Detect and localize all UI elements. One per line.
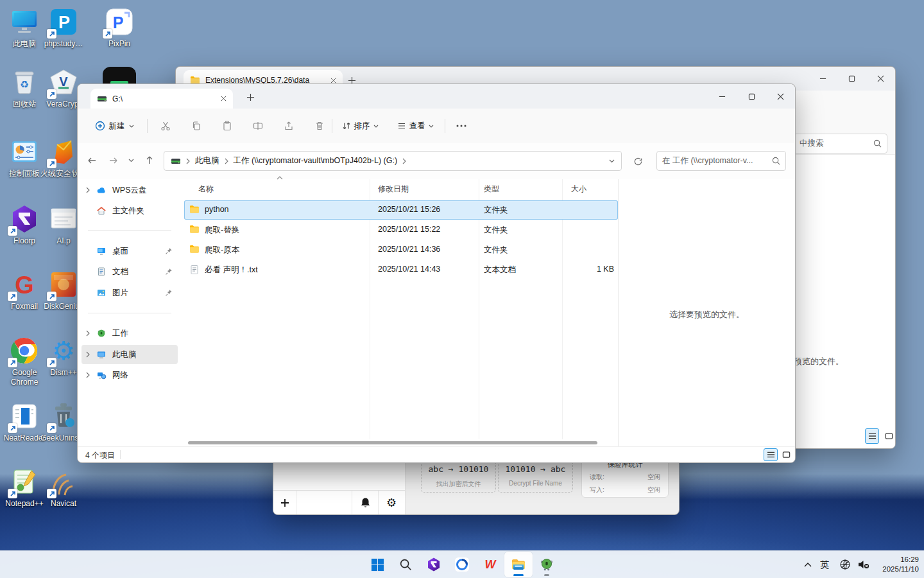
taskbar-floorp-button[interactable]: [420, 552, 448, 577]
share-button[interactable]: [277, 116, 301, 136]
file-row-readme-txt[interactable]: 必看 声明！.txt 2025/10/21 14:43 文本文档 1 KB: [184, 260, 618, 279]
history-dropdown-button[interactable]: [125, 154, 137, 167]
network-status-button[interactable]: [838, 557, 852, 572]
file-row-pq-tihuan[interactable]: 爬取-替换 2025/10/21 15:22 文件夹: [184, 220, 618, 240]
sidebar-item-wps-cloud[interactable]: WPS云盘: [81, 180, 178, 200]
clock-time: 16:29: [874, 555, 919, 565]
shortcut-arrow-icon: [47, 89, 56, 99]
input-language-indicator[interactable]: 英: [820, 559, 829, 571]
recycle-bin-icon: ♻: [9, 67, 40, 98]
close-tab-icon[interactable]: [221, 96, 227, 101]
file-row-pq-yuanben[interactable]: 爬取-原本 2025/10/21 14:36 文件夹: [184, 240, 618, 259]
rename-button[interactable]: [246, 116, 270, 136]
sidebar-item-desktop[interactable]: 桌面: [81, 241, 178, 261]
copy-button[interactable]: [184, 116, 209, 136]
sidebar-item-home[interactable]: 主文件夹: [81, 201, 178, 220]
address-dropdown-icon[interactable]: [609, 159, 615, 163]
cut-button[interactable]: [153, 116, 178, 136]
svg-text:♻: ♻: [20, 79, 29, 90]
column-header-name[interactable]: 名称: [198, 184, 214, 195]
up-button[interactable]: [141, 152, 158, 170]
clock-date: 2025/11/10: [874, 565, 919, 574]
close-icon: [877, 75, 884, 82]
add-vault-button[interactable]: [273, 491, 296, 515]
taskbar-wps-button[interactable]: W: [476, 552, 504, 577]
new-tab-button[interactable]: [243, 89, 258, 105]
details-view-toggle[interactable]: [865, 428, 879, 444]
details-view-toggle[interactable]: [764, 448, 778, 461]
close-button[interactable]: [766, 84, 795, 109]
file-row-python[interactable]: python 2025/10/21 15:26 文件夹: [184, 200, 618, 220]
network-icon: [94, 370, 108, 380]
address-bar[interactable]: 此电脑 工作 (\\cryptomator-vault\mbOTpJ402b-L…: [164, 151, 622, 171]
minimize-button[interactable]: [707, 84, 737, 109]
desktop-icon-pixpin[interactable]: P PixPin: [96, 6, 142, 49]
shortcut-arrow-icon: [47, 159, 56, 168]
folder-icon: [189, 205, 200, 214]
sort-button[interactable]: 排序: [337, 116, 383, 136]
maximize-button[interactable]: [737, 84, 766, 109]
tray-show-hidden-icons-button[interactable]: [802, 559, 814, 570]
column-header-size[interactable]: 大小: [571, 184, 586, 195]
desktop-icon-navicat[interactable]: Navicat: [40, 466, 87, 509]
pixpin-icon: P: [104, 6, 135, 37]
minimize-icon: [819, 75, 826, 82]
list-lines-icon: [767, 451, 775, 459]
forward-button[interactable]: [105, 152, 123, 170]
new-button-label: 新建: [109, 121, 125, 132]
minimize-button[interactable]: [809, 67, 837, 90]
address-row: 此电脑 工作 (\\cryptomator-vault\mbOTpJ402b-L…: [78, 143, 795, 179]
decrypt-filename-card[interactable]: 101010 → abc Decrypt File Name: [498, 458, 573, 493]
search-input[interactable]: 中搜索: [794, 134, 887, 153]
paste-button[interactable]: [215, 116, 239, 136]
search-icon: [398, 557, 413, 572]
svg-text:P: P: [113, 13, 124, 31]
encrypt-filename-card[interactable]: abc → 101010 找出加密后文件: [421, 458, 496, 493]
notifications-button[interactable]: [352, 491, 379, 515]
horizontal-scrollbar[interactable]: [188, 441, 597, 444]
maximize-button[interactable]: [837, 67, 866, 90]
cryptomator-vault-icon: [94, 328, 108, 338]
thumbnail-view-toggle[interactable]: [882, 428, 896, 444]
svg-text:⚙: ⚙: [386, 496, 396, 509]
sidebar-item-network[interactable]: 网络: [81, 365, 178, 385]
sidebar-item-pictures[interactable]: 图片: [81, 283, 178, 302]
column-header-type[interactable]: 类型: [484, 184, 499, 195]
delete-button[interactable]: [307, 116, 332, 136]
refresh-button[interactable]: [629, 152, 647, 170]
navigation-pane: WPS云盘 主文件夹 桌面 文档: [78, 179, 182, 447]
file-size: 1 KB: [597, 265, 614, 274]
close-button[interactable]: [866, 67, 894, 90]
tab-g-drive[interactable]: G:\: [90, 89, 233, 109]
close-tab-icon[interactable]: [330, 78, 336, 83]
taskbar-search-button[interactable]: [391, 552, 420, 577]
documents-icon: [94, 267, 108, 277]
back-button[interactable]: [83, 152, 101, 170]
start-button[interactable]: [363, 552, 391, 577]
file-date: 2025/10/21 14:43: [378, 265, 440, 274]
this-pc-icon: [9, 6, 40, 37]
more-options-button[interactable]: [450, 116, 473, 136]
breadcrumb-this-pc[interactable]: 此电脑: [195, 155, 219, 166]
sidebar-item-documents[interactable]: 文档: [81, 262, 178, 281]
taskbar-browser-button[interactable]: [448, 552, 476, 577]
file-date: 2025/10/21 15:22: [378, 225, 440, 234]
cryptomator-icon: [539, 557, 554, 572]
breadcrumb-work-drive[interactable]: 工作 (\\cryptomator-vault\mbOTpJ402b-L) (G…: [234, 155, 398, 166]
taskbar-cryptomator-button[interactable]: [533, 552, 561, 577]
new-button[interactable]: 新建: [88, 116, 141, 136]
settings-button[interactable]: ⚙: [377, 491, 405, 515]
view-button[interactable]: 查看: [392, 116, 438, 136]
decrypt-card-subtitle: Decrypt File Name: [499, 480, 572, 487]
thumbnail-view-toggle[interactable]: [779, 448, 793, 461]
tray-clock[interactable]: 16:29 2025/11/10: [874, 555, 919, 574]
desktop-icon-phpstudy[interactable]: P phpstudy…: [40, 6, 87, 49]
sidebar-item-this-pc[interactable]: 此电脑: [81, 345, 178, 364]
search-input[interactable]: 在 工作 (\\cryptomator-v...: [656, 151, 786, 171]
column-header-date[interactable]: 修改日期: [378, 184, 409, 195]
taskbar-file-explorer-button[interactable]: [504, 552, 533, 577]
chevron-down-icon: [429, 125, 434, 128]
shortcut-arrow-icon: [8, 423, 17, 433]
sidebar-item-work-vault[interactable]: 工作: [81, 324, 178, 343]
volume-muted-button[interactable]: [856, 557, 871, 572]
